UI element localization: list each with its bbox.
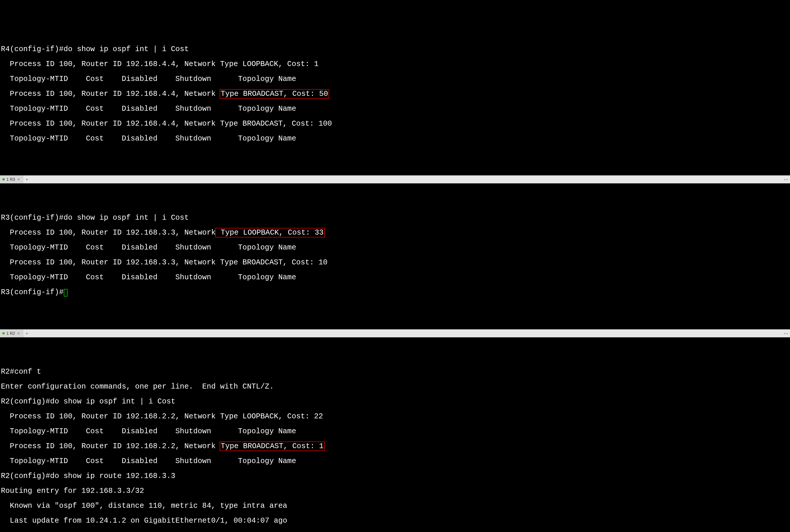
tab-r2[interactable]: 1 R2 × bbox=[0, 329, 23, 337]
output-line: Routing entry for 192.168.3.3/32 bbox=[1, 487, 789, 495]
chevron-right-icon[interactable]: ▸ bbox=[787, 178, 788, 181]
chevron-right-icon[interactable]: ▸ bbox=[787, 331, 788, 335]
output-line: Process ID 100, Router ID 192.168.2.2, N… bbox=[1, 443, 789, 450]
cmd-line: R2#conf t bbox=[1, 368, 789, 376]
output-text: Process ID 100, Router ID 192.168.2.2, N… bbox=[1, 442, 220, 451]
output-line: Topology-MTID Cost Disabled Shutdown Top… bbox=[1, 274, 789, 281]
chevron-left-icon[interactable]: ◂ bbox=[784, 178, 785, 181]
output-line: Topology-MTID Cost Disabled Shutdown Top… bbox=[1, 135, 789, 142]
output-line: Enter configuration commands, one per li… bbox=[1, 383, 789, 391]
output-line: Process ID 100, Router ID 192.168.3.3, N… bbox=[1, 229, 789, 236]
tab-scroll-arrows: ◂ ▸ bbox=[784, 331, 790, 335]
output-text: Process ID 100, Router ID 192.168.3.3, N… bbox=[1, 228, 216, 237]
highlight-box-broadcast-cost-1: Type BROADCAST, Cost: 1 bbox=[220, 441, 325, 451]
output-line: Topology-MTID Cost Disabled Shutdown Top… bbox=[1, 75, 789, 83]
highlight-box-loopback-cost-33: Type LOOPBACK, Cost: 33 bbox=[215, 228, 325, 238]
output-text: Process ID 100, Router ID 192.168.4.4, N… bbox=[1, 90, 220, 98]
status-dot-icon bbox=[2, 178, 5, 180]
chevron-left-icon[interactable]: ◂ bbox=[784, 331, 785, 335]
prompt-line: R3(config-if)# bbox=[1, 289, 789, 297]
terminal-r4[interactable]: R4(config-if)#do show ip ospf int | i Co… bbox=[0, 37, 790, 153]
tabbar-r3: 1 R3 × + ◂ ▸ bbox=[0, 175, 790, 184]
terminal-r3[interactable]: R3(config-if)#do show ip ospf int | i Co… bbox=[0, 206, 790, 307]
cmd-line: R2(config)#do show ip ospf int | i Cost bbox=[1, 398, 789, 405]
output-line: Known via "ospf 100", distance 110, metr… bbox=[1, 502, 789, 510]
output-line: Last update from 10.24.1.2 on GigabitEth… bbox=[1, 517, 789, 525]
output-line: Process ID 100, Router ID 192.168.3.3, N… bbox=[1, 259, 789, 266]
status-dot-icon bbox=[2, 332, 5, 335]
output-line: Process ID 100, Router ID 192.168.2.2, N… bbox=[1, 413, 789, 420]
close-icon[interactable]: × bbox=[17, 177, 20, 182]
cmd-line: R3(config-if)#do show ip ospf int | i Co… bbox=[1, 214, 789, 222]
tab-label: 1 R3 bbox=[6, 177, 15, 182]
tab-label: 1 R2 bbox=[6, 331, 15, 336]
highlight-box-broadcast-cost-50: Type BROADCAST, Cost: 50 bbox=[220, 89, 329, 99]
close-icon[interactable]: × bbox=[17, 331, 20, 336]
output-line: Topology-MTID Cost Disabled Shutdown Top… bbox=[1, 428, 789, 435]
prompt-text: R3(config-if)# bbox=[1, 288, 63, 297]
tab-scroll-arrows: ◂ ▸ bbox=[784, 178, 790, 181]
cursor-icon bbox=[64, 289, 68, 297]
add-tab-button[interactable]: + bbox=[24, 177, 30, 182]
output-line: Process ID 100, Router ID 192.168.4.4, N… bbox=[1, 90, 789, 98]
output-line: Process ID 100, Router ID 192.168.4.4, N… bbox=[1, 60, 789, 68]
tab-r3[interactable]: 1 R3 × bbox=[0, 176, 23, 183]
output-line: Topology-MTID Cost Disabled Shutdown Top… bbox=[1, 457, 789, 465]
output-line: Topology-MTID Cost Disabled Shutdown Top… bbox=[1, 105, 789, 113]
add-tab-button[interactable]: + bbox=[24, 331, 30, 336]
cmd-line: R4(config-if)#do show ip ospf int | i Co… bbox=[1, 45, 789, 53]
cmd-line: R2(config)#do show ip route 192.168.3.3 bbox=[1, 472, 789, 480]
terminal-r2[interactable]: R2#conf t Enter configuration commands, … bbox=[0, 360, 790, 532]
output-line: Process ID 100, Router ID 192.168.4.4, N… bbox=[1, 120, 789, 128]
output-line: Topology-MTID Cost Disabled Shutdown Top… bbox=[1, 244, 789, 251]
tabbar-r2: 1 R2 × + ◂ ▸ bbox=[0, 329, 790, 338]
